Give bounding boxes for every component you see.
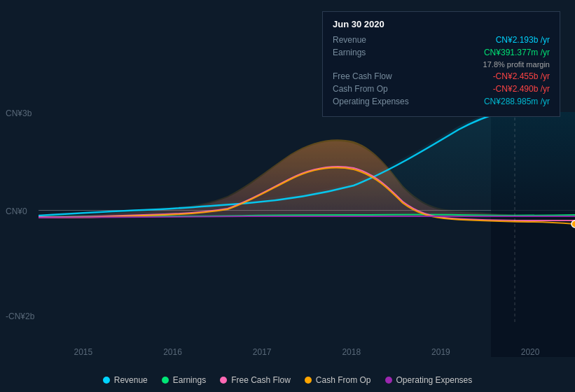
legend-dot-revenue (103, 377, 110, 384)
legend-item-opex[interactable]: Operating Expenses (385, 375, 473, 385)
tooltip-value-revenue: CN¥2.193b /yr (496, 35, 550, 45)
legend-item-earnings[interactable]: Earnings (162, 375, 206, 385)
tooltip-label-opex: Operating Expenses (333, 97, 409, 106)
x-label-2016: 2016 (163, 347, 182, 357)
legend-dot-earnings (162, 377, 169, 384)
tooltip-value-earnings: CN¥391.377m /yr (484, 48, 550, 57)
legend-item-fcf[interactable]: Free Cash Flow (220, 375, 291, 385)
legend-label-cfo: Cash From Op (316, 375, 371, 385)
legend-item-revenue[interactable]: Revenue (103, 375, 148, 385)
x-label-2015: 2015 (74, 347, 92, 357)
tooltip-row-fcf: Free Cash Flow -CN¥2.455b /yr (333, 71, 550, 81)
y-label-bot: -CN¥2b (6, 312, 34, 321)
tooltip-label-revenue: Revenue (333, 35, 366, 45)
svg-point-2 (571, 220, 575, 227)
x-label-2018: 2018 (342, 347, 361, 357)
legend-dot-cfo (305, 377, 312, 384)
profit-margin-value: 17.8% profit margin (483, 60, 550, 69)
y-label-top: CN¥3b (6, 108, 32, 118)
legend-dot-fcf (220, 377, 227, 384)
legend-label-opex: Operating Expenses (396, 375, 473, 385)
x-label-2017: 2017 (253, 347, 272, 357)
tooltip-label-fcf: Free Cash Flow (333, 71, 392, 81)
x-label-2020: 2020 (521, 347, 540, 357)
tooltip-row-cfo: Cash From Op -CN¥2.490b /yr (333, 84, 550, 94)
x-label-2019: 2019 (431, 347, 450, 357)
legend-item-cfo[interactable]: Cash From Op (305, 375, 371, 385)
tooltip-label-cfo: Cash From Op (333, 84, 388, 94)
profit-margin-row: 17.8% profit margin (333, 60, 550, 69)
legend-label-revenue: Revenue (114, 375, 148, 385)
legend-dot-opex (385, 377, 392, 384)
legend-label-fcf: Free Cash Flow (231, 375, 291, 385)
tooltip-row-earnings: Earnings CN¥391.377m /yr (333, 48, 550, 57)
tooltip-title: Jun 30 2020 (333, 19, 550, 29)
y-label-mid: CN¥0 (6, 206, 27, 216)
tooltip-value-fcf: -CN¥2.455b /yr (493, 71, 550, 81)
tooltip-row-opex: Operating Expenses CN¥288.985m /yr (333, 97, 550, 106)
chart-tooltip: Jun 30 2020 Revenue CN¥2.193b /yr Earnin… (322, 11, 560, 117)
legend-label-earnings: Earnings (173, 375, 206, 385)
tooltip-row-revenue: Revenue CN¥2.193b /yr (333, 35, 550, 45)
tooltip-value-cfo: -CN¥2.490b /yr (493, 84, 550, 94)
tooltip-label-earnings: Earnings (333, 48, 366, 57)
main-chart (39, 112, 575, 322)
tooltip-value-opex: CN¥288.985m /yr (484, 97, 550, 106)
chart-legend: Revenue Earnings Free Cash Flow Cash Fro… (0, 375, 575, 385)
